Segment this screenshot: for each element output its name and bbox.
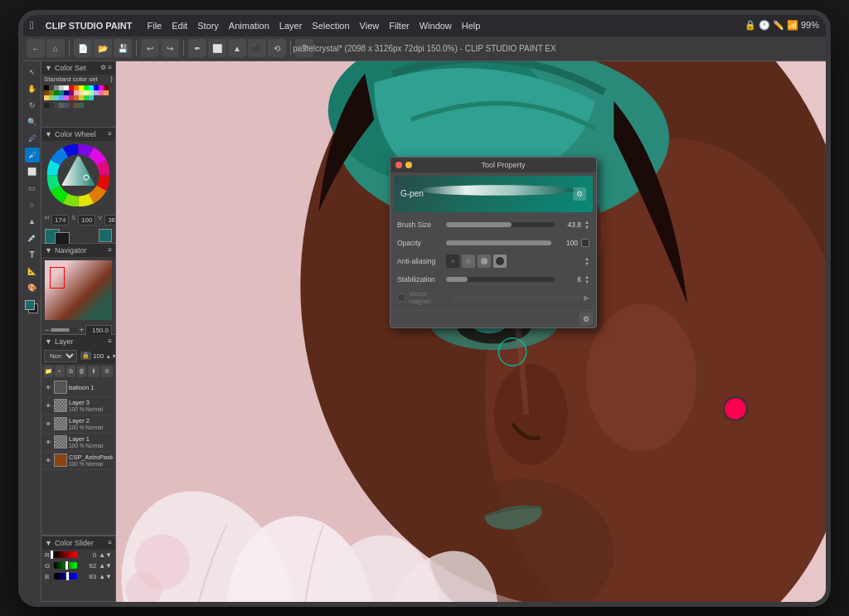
h-value[interactable]: 174	[51, 215, 69, 226]
opacity-lock-btn[interactable]	[581, 239, 589, 247]
tool-brush[interactable]: 🖌	[25, 148, 40, 162]
opacity-slider[interactable]	[446, 240, 551, 245]
aa-btn-0[interactable]	[446, 255, 459, 268]
pen-config-btn[interactable]: ⚙	[573, 187, 586, 201]
footer-settings-btn[interactable]: ⚙	[580, 313, 593, 326]
color-set-arrows[interactable]: ⟩	[110, 75, 113, 83]
navigator-collapse-icon[interactable]: ▼	[45, 246, 52, 255]
layer-eye-balloon[interactable]: 👁	[44, 383, 52, 391]
vm-arrow[interactable]: ▶	[584, 293, 589, 302]
tool-selection[interactable]: ▭	[25, 181, 40, 196]
color-wheel-container[interactable]	[41, 141, 115, 213]
g-arrows[interactable]: ▲▼	[99, 562, 112, 570]
toolbar-home-btn[interactable]: ⌂	[46, 39, 65, 57]
g-slider[interactable]	[54, 562, 77, 569]
color-wheel-collapse-icon[interactable]: ▼	[45, 130, 52, 138]
layer-copy-btn[interactable]: ⧉	[66, 366, 75, 377]
tool-ruler[interactable]: 📐	[25, 264, 40, 279]
layer-item-balloon[interactable]: 👁 balloon 1	[41, 379, 115, 397]
layer-merge-btn[interactable]: ⬇	[88, 366, 99, 377]
menu-file[interactable]: File	[147, 21, 162, 31]
swatch-d8[interactable]	[79, 103, 84, 108]
layer-new-btn[interactable]: +	[55, 366, 64, 377]
menu-edit[interactable]: Edit	[172, 21, 187, 31]
aa-btn-2[interactable]	[478, 255, 491, 268]
b-arrows[interactable]: ▲▼	[99, 573, 112, 580]
toolbar-back-btn[interactable]: ←	[27, 39, 45, 57]
tool-fill[interactable]: ▲	[25, 214, 40, 229]
layer-item-3[interactable]: 👁 Layer 3 100 % Normal	[41, 397, 115, 415]
color-wheel-wrapper[interactable]	[47, 144, 109, 210]
layer-item-csp[interactable]: 👁 CSP_AstroPastel 100 % Normal	[41, 452, 115, 470]
toolbar-open-btn[interactable]: 📂	[94, 39, 112, 57]
toolbar-bucket-btn[interactable]: ▲	[228, 39, 246, 57]
layer-eye-1[interactable]: 👁	[44, 438, 52, 446]
tool-eyedrop[interactable]: 💉	[25, 230, 40, 245]
aa-arrows[interactable]: ▲ ▼	[585, 256, 589, 266]
tool-zoom[interactable]: 🔍	[25, 114, 40, 129]
menu-animation[interactable]: Animation	[229, 21, 269, 31]
r-arrows[interactable]: ▲▼	[99, 551, 112, 559]
menu-filter[interactable]: Filter	[389, 21, 409, 31]
layer-item-2[interactable]: 👁 Layer 2 100 % Normal	[41, 415, 115, 434]
layer-blend-mode[interactable]: Normal	[44, 350, 77, 362]
layer-item-1[interactable]: 👁 Layer 1 100 % Normal	[41, 434, 115, 452]
swatch-salmon[interactable]	[104, 90, 109, 95]
aa-btn-1[interactable]	[462, 255, 475, 268]
menu-story[interactable]: Story	[197, 21, 219, 31]
layer-icon[interactable]: ≡	[108, 337, 112, 345]
s-value[interactable]: 100	[78, 215, 95, 226]
brush-size-slider[interactable]	[446, 222, 555, 227]
layer-new-folder-btn[interactable]: 📁	[44, 366, 53, 377]
toolbar-transform-btn[interactable]: ⟲	[268, 39, 286, 57]
navigator-icon[interactable]: ≡	[108, 246, 112, 254]
toolbar-eraser-btn[interactable]: ⬜	[208, 39, 226, 57]
toolbar-redo-btn[interactable]: ↪	[161, 39, 179, 57]
zoom-out-icon[interactable]: −	[45, 326, 49, 334]
toolbar-undo-btn[interactable]: ↩	[141, 39, 159, 57]
layer-eye-csp[interactable]: 👁	[44, 456, 52, 464]
layer-eye-2[interactable]: 👁	[44, 420, 52, 428]
aa-arrow-down[interactable]: ▼	[585, 261, 589, 266]
canvas-area[interactable]: Tool Property G-pen ⚙ Brush Size	[116, 61, 826, 602]
brush-size-down[interactable]: ▼	[585, 225, 589, 230]
toolbar-new-btn[interactable]: 📄	[74, 39, 92, 57]
stab-down[interactable]: ▼	[585, 279, 589, 284]
tool-rotate[interactable]: ↻	[25, 98, 40, 113]
toolbar-select-btn[interactable]: ⬛	[248, 39, 266, 57]
toolbar-save-btn[interactable]: 💾	[114, 39, 132, 57]
color-set-icon-2[interactable]: ≡	[108, 64, 112, 71]
color-set-icon-1[interactable]: ⚙	[100, 64, 106, 71]
layer-collapse-icon[interactable]: ▼	[45, 337, 52, 346]
aa-btn-3[interactable]	[493, 255, 507, 268]
menu-view[interactable]: View	[360, 21, 380, 31]
tool-colorpick[interactable]: 🎨	[25, 280, 40, 295]
menu-selection[interactable]: Selection	[312, 21, 349, 31]
layer-delete-btn[interactable]: 🗑	[77, 366, 86, 377]
tool-eraser[interactable]: ⬜	[25, 164, 40, 179]
color-slider-icon[interactable]: ≡	[108, 539, 112, 546]
opacity-arrows[interactable]: ▲▼	[105, 353, 115, 359]
color-wheel-svg[interactable]	[47, 144, 109, 206]
brush-size-arrows[interactable]: ▲ ▼	[585, 220, 589, 230]
toolbar-pen-btn[interactable]: ✒	[188, 39, 206, 57]
swatch-turquoise[interactable]	[89, 95, 94, 100]
vector-magnet-checkbox[interactable]	[397, 293, 405, 302]
layer-eye-3[interactable]: 👁	[44, 401, 52, 410]
layer-settings-btn[interactable]: ⚙	[101, 366, 113, 377]
r-slider[interactable]	[54, 551, 77, 558]
color-selector[interactable]	[25, 300, 40, 318]
teal-color-swatch[interactable]	[99, 229, 112, 242]
color-wheel-icon[interactable]: ≡	[108, 130, 112, 138]
zoom-in-icon[interactable]: +	[80, 326, 84, 334]
color-slider-collapse-icon[interactable]: ▼	[45, 539, 52, 547]
stabilization-arrows[interactable]: ▲ ▼	[585, 274, 589, 284]
layer-lock-btn[interactable]: 🔒	[80, 352, 91, 360]
tool-pen[interactable]: 🖊	[25, 131, 40, 146]
tool-hand[interactable]: ✋	[25, 81, 40, 96]
dialog-minimize-btn[interactable]	[405, 162, 412, 168]
navigator-preview[interactable]	[45, 260, 112, 320]
v-value[interactable]: 36	[104, 215, 116, 226]
color-set-collapse-icon[interactable]: ▼	[45, 64, 52, 72]
tool-lasso[interactable]: ○	[25, 197, 40, 212]
